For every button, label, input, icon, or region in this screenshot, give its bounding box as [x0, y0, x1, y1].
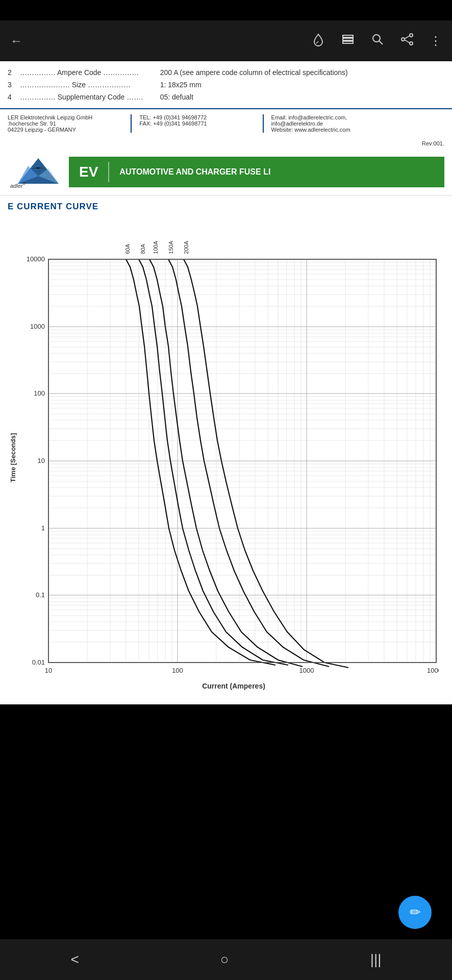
status-bar: [0, 0, 452, 20]
svg-point-6: [410, 34, 413, 37]
footer-email-line2: info@adlerelektro.de: [271, 120, 444, 127]
footer-website: Website: www.adlerelectric.com: [271, 127, 444, 133]
svg-text:100: 100: [172, 667, 183, 674]
brand-logo-area: adler®: [8, 154, 69, 190]
brand-title-area: EV AUTOMOTIVE AND CHARGER FUSE LI: [69, 157, 444, 187]
ampere-labels: 60A 80A 100A 150A 200A: [47, 221, 447, 254]
bottom-nav: < ○ |||: [0, 939, 452, 980]
chart-inner: 60A 80A 100A 150A 200A .grid-line { stro…: [20, 221, 447, 694]
svg-text:1000: 1000: [299, 667, 314, 674]
svg-point-4: [373, 35, 380, 42]
brand-separator: [108, 162, 109, 182]
company-street: :hochersche Str. 91: [8, 120, 123, 127]
spec-label-1: ………………… Size ………………: [18, 81, 160, 89]
spec-num-2: 4: [8, 93, 18, 101]
spec-table: 2 …………… Ampere Code …………… 200 A (see amp…: [0, 61, 452, 108]
spec-num-1: 3: [8, 81, 18, 89]
svg-text:10000: 10000: [427, 667, 439, 674]
footer-rev: Rev:001.: [0, 138, 452, 149]
search-icon[interactable]: [370, 32, 385, 50]
svg-line-5: [379, 41, 383, 44]
svg-line-10: [405, 40, 410, 43]
ampere-label-100a: 100A: [153, 241, 159, 254]
spec-value-1: 1: 18x25 mm: [160, 81, 444, 89]
spec-row-2: 4 …………… Supplementary Code ……. 05: defua…: [8, 91, 444, 103]
brand-title: AUTOMOTIVE AND CHARGER FUSE LI: [119, 167, 270, 177]
spec-row-0: 2 …………… Ampere Code …………… 200 A (see amp…: [8, 66, 444, 79]
company-city: 04229 Leipzig - GERMANY: [8, 127, 123, 133]
back-nav-button[interactable]: <: [70, 951, 79, 968]
droplet-icon[interactable]: [311, 32, 325, 50]
section-title: E CURRENT CURVE: [0, 195, 452, 216]
footer-fax: FAX: +49 (0)341 94698771: [139, 120, 255, 127]
svg-point-7: [401, 38, 405, 41]
spec-label-0: …………… Ampere Code ……………: [18, 68, 160, 77]
svg-text:100: 100: [34, 389, 45, 397]
footer-email: Email: info@adlerelectric.com, info@adle…: [264, 114, 444, 133]
chart-wrapper: Time [Seconds] 60A 80A 100A 150A 200A: [5, 221, 447, 694]
footer-contact: TEL: +49 (0)341 94698772 FAX: +49 (0)341…: [132, 114, 263, 133]
more-icon[interactable]: ⋮: [430, 34, 442, 48]
svg-rect-2: [343, 38, 353, 40]
spec-label-2: …………… Supplementary Code …….: [18, 93, 160, 101]
adler-text: adler®: [10, 182, 26, 189]
footer-tel: TEL: +49 (0)341 94698772: [139, 114, 255, 120]
home-nav-button[interactable]: ○: [220, 951, 229, 968]
layers-icon[interactable]: [341, 32, 355, 50]
ampere-label-200a: 200A: [183, 241, 189, 254]
back-button[interactable]: ←: [10, 34, 22, 48]
nav-bar: ←: [0, 20, 452, 61]
svg-text:10000: 10000: [27, 255, 45, 263]
recents-nav-button[interactable]: |||: [370, 951, 382, 968]
svg-text:1: 1: [41, 524, 45, 532]
svg-rect-3: [343, 41, 353, 43]
footer-company: LER Elektrotechnik Leipzig GmbH :hochers…: [8, 114, 132, 133]
nav-icons: ⋮: [311, 32, 442, 50]
doc-footer: LER Elektrotechnik Leipzig GmbH :hochers…: [0, 108, 452, 138]
chart-container: Time [Seconds] 60A 80A 100A 150A 200A: [0, 216, 452, 704]
svg-point-8: [410, 42, 413, 45]
pencil-icon: ✏: [410, 904, 421, 920]
svg-rect-1: [343, 35, 353, 37]
svg-text:1000: 1000: [30, 323, 45, 330]
fab-button[interactable]: ✏: [398, 896, 432, 929]
ampere-label-60a: 60A: [124, 244, 131, 254]
brand-ev-label: EV: [79, 164, 98, 180]
share-icon[interactable]: [400, 32, 414, 50]
chart-svg: .grid-line { stroke: #ccc; stroke-width:…: [20, 254, 439, 678]
ampere-label-80a: 80A: [140, 244, 146, 254]
spec-value-2: 05: defualt: [160, 93, 444, 101]
content-area: 2 …………… Ampere Code …………… 200 A (see amp…: [0, 61, 452, 704]
x-axis-label: Current (Amperes): [20, 678, 447, 694]
svg-text:10: 10: [45, 667, 52, 674]
spec-num-0: 2: [8, 68, 18, 77]
brand-header: adler® EV AUTOMOTIVE AND CHARGER FUSE LI: [0, 149, 452, 195]
footer-email-line1: Email: info@adlerelectric.com,: [271, 114, 444, 120]
y-axis-label: Time [Seconds]: [5, 221, 20, 694]
ampere-label-150a: 150A: [168, 241, 174, 254]
company-name: LER Elektrotechnik Leipzig GmbH: [8, 114, 123, 120]
svg-text:10: 10: [38, 457, 45, 464]
svg-line-9: [405, 36, 410, 39]
svg-text:0.1: 0.1: [36, 591, 45, 599]
spec-row-1: 3 ………………… Size ……………… 1: 18x25 mm: [8, 79, 444, 91]
spec-value-0: 200 A (see ampere code column of electri…: [160, 68, 444, 77]
svg-text:0.01: 0.01: [32, 658, 45, 666]
svg-line-0: [316, 41, 318, 43]
